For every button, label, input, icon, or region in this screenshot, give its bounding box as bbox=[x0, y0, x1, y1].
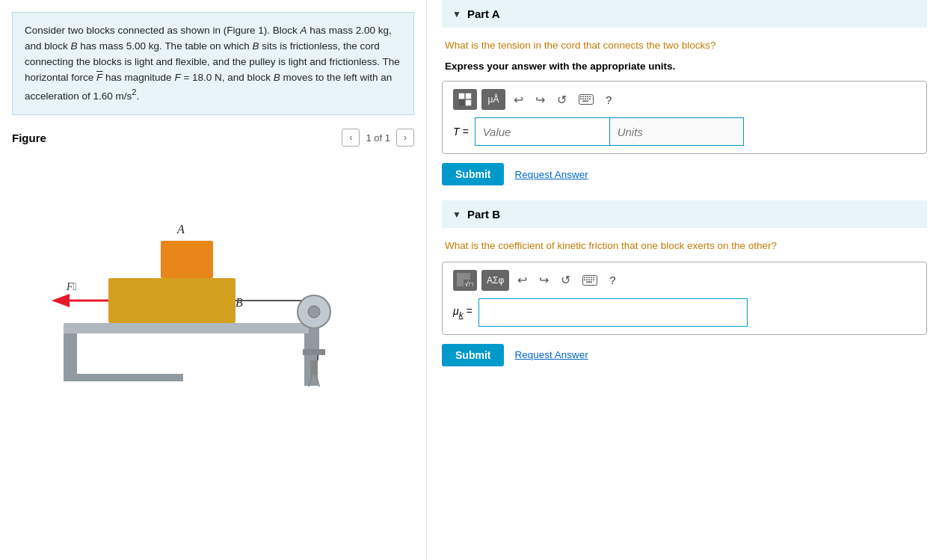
svg-rect-4 bbox=[108, 278, 236, 323]
part-b-submit-button[interactable]: Submit bbox=[442, 344, 504, 366]
svg-rect-26 bbox=[585, 96, 586, 98]
part-b-title: Part B bbox=[467, 208, 500, 221]
figure-next-button[interactable]: › bbox=[396, 129, 414, 147]
figure-page-indicator: 1 of 1 bbox=[366, 132, 390, 144]
svg-point-13 bbox=[308, 306, 320, 318]
part-a-instruction: Express your answer with the appropriate… bbox=[442, 61, 927, 72]
svg-rect-42 bbox=[588, 277, 590, 278]
figure-header: Figure ‹ 1 of 1 › bbox=[12, 124, 414, 151]
svg-rect-30 bbox=[582, 99, 584, 100]
svg-rect-37 bbox=[458, 280, 464, 286]
part-b-input-row: μk = bbox=[453, 298, 916, 327]
part-a-section: ▼ Part A What is the tension in the cord… bbox=[442, 0, 927, 185]
part-b-matrix-label: √□ bbox=[457, 273, 473, 288]
part-a-request-button[interactable]: Request Answer bbox=[514, 169, 588, 180]
svg-rect-27 bbox=[587, 96, 588, 98]
figure-diagram: A B F⃗ bbox=[34, 166, 392, 405]
mu-label: μÅ bbox=[488, 94, 499, 105]
part-a-header[interactable]: ▼ Part A bbox=[442, 0, 927, 28]
svg-rect-25 bbox=[582, 96, 584, 98]
left-panel: Consider two blocks connected as shown i… bbox=[0, 0, 426, 560]
part-a-value-input[interactable] bbox=[475, 117, 609, 146]
svg-rect-1 bbox=[64, 333, 77, 378]
svg-rect-5 bbox=[161, 241, 213, 278]
part-b-help-button[interactable]: ? bbox=[606, 271, 619, 289]
problem-text: Consider two blocks connected as shown i… bbox=[12, 12, 414, 115]
part-a-action-row: Submit Request Answer bbox=[442, 163, 927, 185]
part-a-units-input[interactable] bbox=[609, 117, 744, 146]
svg-rect-34 bbox=[582, 101, 588, 102]
part-a-mu-button[interactable]: μÅ bbox=[481, 89, 505, 110]
part-a-matrix-button[interactable] bbox=[453, 89, 477, 110]
svg-rect-46 bbox=[586, 279, 588, 280]
svg-rect-0 bbox=[64, 323, 318, 333]
part-b-toolbar: √□ ΑΣφ ↩ ↪ ↺ bbox=[453, 270, 916, 291]
svg-rect-14 bbox=[309, 328, 319, 351]
part-a-redo-button[interactable]: ↪ bbox=[532, 90, 549, 109]
part-a-title: Part A bbox=[467, 7, 500, 20]
part-b-request-button[interactable]: Request Answer bbox=[514, 349, 588, 360]
figure-label: Figure bbox=[12, 132, 46, 144]
svg-rect-15 bbox=[303, 349, 325, 355]
part-a-help-button[interactable]: ? bbox=[602, 91, 615, 108]
part-a-submit-button[interactable]: Submit bbox=[442, 163, 504, 185]
svg-rect-19 bbox=[459, 93, 464, 99]
part-b-keyboard-button[interactable] bbox=[579, 273, 601, 288]
part-a-question: What is the tension in the cord that con… bbox=[442, 38, 927, 53]
part-b-header[interactable]: ▼ Part B bbox=[442, 200, 927, 228]
part-b-input-label: μk = bbox=[453, 305, 472, 319]
svg-text:√□: √□ bbox=[465, 280, 473, 286]
part-a-answer-box: μÅ ↩ ↪ ↺ bbox=[442, 81, 927, 154]
figure-canvas: A B F⃗ bbox=[12, 151, 414, 405]
svg-rect-49 bbox=[593, 279, 594, 280]
part-b-action-row: Submit Request Answer bbox=[442, 344, 927, 366]
svg-text:A: A bbox=[176, 223, 185, 236]
part-a-input-label: T = bbox=[453, 126, 469, 138]
right-panel: ▼ Part A What is the tension in the cord… bbox=[426, 0, 942, 560]
svg-rect-33 bbox=[589, 99, 591, 100]
part-a-reset-button[interactable]: ↺ bbox=[553, 90, 570, 109]
svg-rect-20 bbox=[466, 93, 471, 99]
svg-rect-16 bbox=[310, 360, 318, 375]
svg-rect-35 bbox=[458, 273, 464, 279]
svg-rect-43 bbox=[591, 277, 592, 278]
svg-rect-29 bbox=[580, 99, 582, 100]
figure-section: Figure ‹ 1 of 1 › bbox=[12, 124, 414, 405]
svg-rect-50 bbox=[586, 281, 592, 283]
svg-rect-47 bbox=[588, 279, 590, 280]
part-b-undo-button[interactable]: ↩ bbox=[514, 271, 531, 289]
matrix-sqrt-icon: √□ bbox=[457, 273, 473, 286]
part-a-input-row: T = bbox=[453, 117, 916, 146]
part-b-redo-button[interactable]: ↪ bbox=[535, 271, 552, 289]
svg-text:F⃗: F⃗ bbox=[66, 281, 77, 292]
svg-rect-44 bbox=[593, 277, 594, 278]
svg-rect-45 bbox=[584, 279, 585, 280]
svg-rect-22 bbox=[466, 100, 471, 105]
part-a-keyboard-button[interactable] bbox=[575, 92, 597, 107]
keyboard-icon bbox=[579, 94, 594, 105]
part-b-reset-button[interactable]: ↺ bbox=[557, 271, 574, 289]
figure-prev-button[interactable]: ‹ bbox=[342, 129, 360, 147]
part-b-value-input[interactable] bbox=[478, 298, 748, 327]
part-b-section: ▼ Part B What is the coefficient of kine… bbox=[442, 200, 927, 366]
part-b-greek-button[interactable]: ΑΣφ bbox=[481, 270, 509, 291]
svg-text:B: B bbox=[236, 296, 243, 309]
svg-rect-48 bbox=[591, 279, 592, 280]
svg-rect-32 bbox=[587, 99, 588, 100]
part-b-arrow: ▼ bbox=[452, 209, 461, 220]
svg-rect-21 bbox=[459, 100, 464, 105]
svg-rect-40 bbox=[584, 277, 585, 278]
part-a-undo-button[interactable]: ↩ bbox=[510, 90, 527, 109]
part-b-question: What is the coefficient of kinetic frict… bbox=[442, 239, 927, 253]
part-a-toolbar: μÅ ↩ ↪ ↺ bbox=[453, 89, 916, 110]
svg-rect-3 bbox=[64, 374, 183, 381]
svg-rect-41 bbox=[586, 277, 588, 278]
svg-rect-24 bbox=[580, 96, 582, 98]
svg-rect-28 bbox=[589, 96, 591, 98]
part-b-matrix-button[interactable]: √□ bbox=[453, 270, 477, 291]
figure-nav: ‹ 1 of 1 › bbox=[342, 129, 414, 147]
svg-rect-36 bbox=[464, 273, 470, 279]
keyboard-icon-b bbox=[582, 275, 597, 286]
part-a-arrow: ▼ bbox=[452, 9, 461, 19]
svg-rect-31 bbox=[585, 99, 586, 100]
